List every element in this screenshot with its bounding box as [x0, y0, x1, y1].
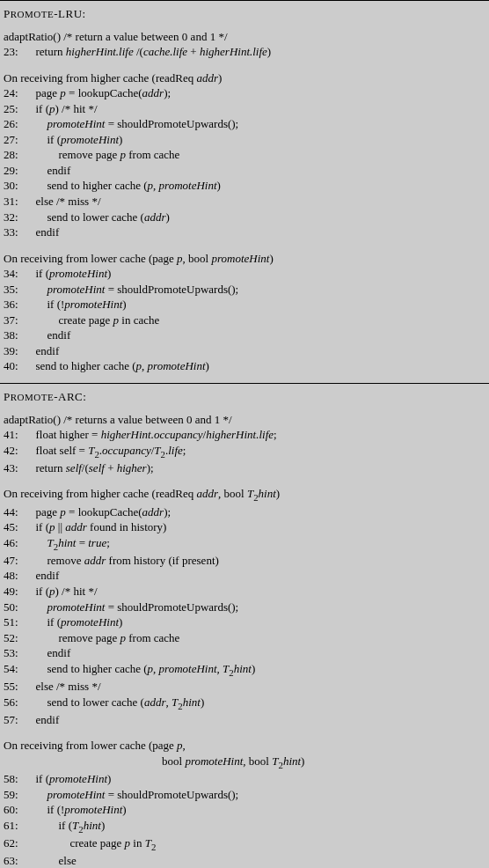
section-title-arc: PROMOTE-ARC: — [4, 389, 485, 405]
rx-lower-arc-2: bool promoteHint, bool T2hint) — [4, 754, 485, 771]
adapt-header-lru: adaptRatio() /* return a value between 0… — [4, 29, 485, 45]
code-line: 35: promoteHint = shouldPromoteUpwards()… — [4, 282, 485, 298]
adapt-header-arc: adaptRatio() /* returns a value between … — [4, 412, 485, 428]
code-line: 42: float self = T2.occupancy/T2.life; — [4, 443, 485, 460]
code-line: 31: else /* miss */ — [4, 194, 485, 210]
promote-arc-section: PROMOTE-ARC: adaptRatio() /* returns a v… — [0, 383, 489, 868]
code-line: 57: endif — [4, 712, 485, 728]
code-line: 41: float higher = higherHint.occupancy/… — [4, 427, 485, 443]
code-line: 38: endif — [4, 327, 485, 343]
code-line: 63: else — [4, 853, 485, 868]
rx-higher-arc: On receiving from higher cache (readReq … — [4, 486, 485, 504]
code-line: 48: endif — [4, 568, 485, 584]
code-line: 34: if (promoteHint) — [4, 266, 485, 282]
rx-lower-arc-1: On receiving from lower cache (page p, — [4, 738, 485, 754]
code-line: 25: if (p) /* hit */ — [4, 101, 485, 117]
code-line: 29: endif — [4, 163, 485, 179]
code-line: 55: else /* miss */ — [4, 679, 485, 695]
code-line: 59: promoteHint = shouldPromoteUpwards()… — [4, 787, 485, 803]
code-line: 30: send to higher cache (p, promoteHint… — [4, 178, 485, 194]
code-line: 61: if (T2hint) — [4, 818, 485, 835]
code-line: 24: page p = lookupCache(addr); — [4, 85, 485, 101]
promote-lru-section: PROMOTE-LRU: adaptRatio() /* return a va… — [0, 0, 489, 383]
code-line: 46: T2hint = true; — [4, 535, 485, 553]
code-line: 54: send to higher cache (p, promoteHint… — [4, 661, 485, 679]
code-line: 43: return self/(self + higher); — [4, 460, 485, 476]
code-line: 53: endif — [4, 645, 485, 661]
code-line: 36: if (!promoteHint) — [4, 297, 485, 313]
code-line: 37: create page p in cache — [4, 313, 485, 328]
section-title-lru: PROMOTE-LRU: — [4, 6, 485, 22]
code-line: 32: send to lower cache (addr) — [4, 210, 485, 225]
code-line: 27: if (promoteHint) — [4, 132, 485, 148]
code-line: 62: create page p in T2 — [4, 835, 485, 853]
code-line: 60: if (!promoteHint) — [4, 802, 485, 818]
code-line: 50: promoteHint = shouldPromoteUpwards()… — [4, 600, 485, 615]
code-line: 33: endif — [4, 224, 485, 240]
code-line: 47: remove addr from history (if present… — [4, 553, 485, 569]
code-line: 52: remove page p from cache — [4, 630, 485, 646]
code-line: 58: if (promoteHint) — [4, 771, 485, 787]
code-line: 56: send to lower cache (addr, T2hint) — [4, 695, 485, 712]
code-line: 40: send to higher cache (p, promoteHint… — [4, 358, 485, 374]
rx-lower-lru: On receiving from lower cache (page p, b… — [4, 251, 485, 267]
code-line: 44: page p = lookupCache(addr); — [4, 504, 485, 520]
code-line: 51: if (promoteHint) — [4, 614, 485, 630]
code-line: 39: endif — [4, 343, 485, 359]
code-line: 23: return higherHint.life /(cache.life … — [4, 44, 485, 60]
code-line: 49: if (p) /* hit */ — [4, 584, 485, 600]
rx-higher-lru: On receiving from higher cache (readReq … — [4, 70, 485, 86]
code-line: 45: if (p || addr found in history) — [4, 519, 485, 535]
code-line: 26: promoteHint = shouldPromoteUpwards()… — [4, 116, 485, 132]
code-line: 28: remove page p from cache — [4, 147, 485, 163]
